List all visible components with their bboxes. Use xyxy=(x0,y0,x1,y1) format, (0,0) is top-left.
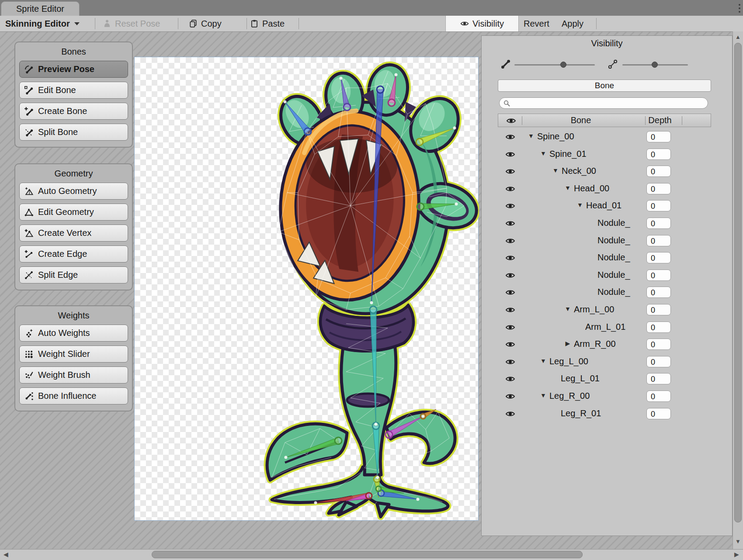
scroll-down-icon[interactable]: ▼ xyxy=(733,538,743,545)
search-input[interactable] xyxy=(513,98,702,109)
slider-handle[interactable] xyxy=(560,62,566,68)
bone-row-leg-r-01[interactable]: Leg_R_010 xyxy=(482,405,732,423)
expander-triangle[interactable]: ▼ xyxy=(528,132,535,139)
depth-input[interactable]: 0 xyxy=(646,183,671,194)
visibility-eye-icon[interactable] xyxy=(505,270,515,280)
apply-button[interactable]: Apply xyxy=(562,16,583,31)
bone-row-leg-r-00[interactable]: ▼Leg_R_000 xyxy=(482,388,732,405)
depth-input[interactable]: 0 xyxy=(646,166,671,177)
visibility-eye-icon[interactable] xyxy=(505,374,515,384)
tool-button-edit-bone[interactable]: Edit Bone xyxy=(19,82,128,99)
bone-name[interactable]: Arm_L_01 xyxy=(585,322,625,332)
bone-row-head-00[interactable]: ▼Head_000 xyxy=(482,180,732,198)
expander-triangle[interactable]: ▼ xyxy=(564,184,571,191)
bone-outline-slider[interactable] xyxy=(622,62,688,67)
visibility-eye-icon[interactable] xyxy=(505,184,515,194)
bone-row-nodule-[interactable]: Nodule_0 xyxy=(482,232,732,250)
bone-row-arm-r-00[interactable]: ▶Arm_R_000 xyxy=(482,336,732,353)
bone-row-arm-l-01[interactable]: Arm_L_010 xyxy=(482,319,732,336)
tool-button-create-vertex[interactable]: Create Vertex xyxy=(19,225,128,242)
visibility-eye-icon[interactable] xyxy=(505,149,515,159)
horizontal-scrollbar[interactable]: ◀ ▶ xyxy=(0,549,743,560)
tool-button-auto-weights[interactable]: Auto Weights xyxy=(19,325,128,342)
scroll-up-icon[interactable]: ▲ xyxy=(733,34,743,40)
depth-input[interactable]: 0 xyxy=(646,200,671,211)
bone-name[interactable]: Nodule_ xyxy=(597,235,630,245)
visibility-eye-icon[interactable] xyxy=(505,132,515,142)
bone-name[interactable]: Arm_L_00 xyxy=(574,304,614,315)
visibility-eye-icon[interactable] xyxy=(505,218,515,228)
depth-input[interactable]: 0 xyxy=(646,252,671,263)
visibility-eye-icon[interactable] xyxy=(505,305,515,315)
bone-row-nodule-[interactable]: Nodule_0 xyxy=(482,284,732,301)
tool-button-create-bone[interactable]: Create Bone xyxy=(19,103,128,120)
visibility-eye-icon[interactable] xyxy=(505,236,515,246)
depth-input[interactable]: 0 xyxy=(646,408,671,419)
copy-button[interactable]: Copy xyxy=(189,16,222,31)
bone-row-leg-l-01[interactable]: Leg_L_010 xyxy=(482,370,732,388)
expander-triangle[interactable]: ▶ xyxy=(564,340,571,347)
depth-input[interactable]: 0 xyxy=(646,287,671,298)
visibility-eye-icon[interactable] xyxy=(505,339,515,349)
expander-triangle[interactable]: ▼ xyxy=(540,150,547,157)
expander-triangle[interactable]: ▼ xyxy=(540,357,547,364)
bone-name[interactable]: Leg_L_00 xyxy=(549,356,588,366)
depth-input[interactable]: 0 xyxy=(646,218,671,229)
depth-input[interactable]: 0 xyxy=(646,321,671,333)
bone-row-neck-00[interactable]: ▼Neck_000 xyxy=(482,163,732,180)
tool-button-preview-pose[interactable]: Preview Pose xyxy=(19,61,128,78)
tool-button-edit-geometry[interactable]: Edit Geometry xyxy=(19,204,128,221)
depth-input[interactable]: 0 xyxy=(646,339,671,350)
depth-input[interactable]: 0 xyxy=(646,373,671,384)
visibility-eye-icon[interactable] xyxy=(505,253,515,263)
window-menu-icon[interactable] xyxy=(735,3,743,14)
tool-button-create-edge[interactable]: Create Edge xyxy=(19,245,128,263)
bone-tab-button[interactable]: Bone xyxy=(498,80,711,92)
tool-button-split-edge[interactable]: Split Edge xyxy=(19,266,128,283)
bone-name[interactable]: Spine_01 xyxy=(549,149,587,159)
skinning-editor-dropdown[interactable]: Skinning Editor xyxy=(5,16,80,31)
bone-row-nodule-[interactable]: Nodule_0 xyxy=(482,215,732,232)
depth-input[interactable]: 0 xyxy=(646,270,671,281)
bone-row-spine-00[interactable]: ▼Spine_000 xyxy=(482,128,732,146)
bone-name[interactable]: Nodule_ xyxy=(597,252,630,263)
bone-search-field[interactable] xyxy=(499,97,708,109)
tool-button-auto-geometry[interactable]: Auto Geometry xyxy=(19,183,128,200)
bone-name[interactable]: Neck_00 xyxy=(562,166,596,176)
bone-name[interactable]: Nodule_ xyxy=(597,218,630,228)
visibility-eye-icon[interactable] xyxy=(505,166,515,176)
paste-button[interactable]: Paste xyxy=(250,16,285,31)
tool-button-split-bone[interactable]: Split Bone xyxy=(19,124,128,141)
bone-row-spine-01[interactable]: ▼Spine_010 xyxy=(482,146,732,163)
bone-name[interactable]: Leg_L_01 xyxy=(561,373,600,384)
visibility-eye-icon[interactable] xyxy=(505,391,515,401)
horizontal-scroll-thumb[interactable] xyxy=(152,551,583,558)
visibility-eye-icon[interactable] xyxy=(505,357,515,367)
bone-name[interactable]: Arm_R_00 xyxy=(574,339,616,349)
scroll-left-icon[interactable]: ◀ xyxy=(3,551,8,558)
depth-input[interactable]: 0 xyxy=(646,356,671,367)
bone-name[interactable]: Nodule_ xyxy=(597,287,630,297)
bone-row-head-01[interactable]: ▼Head_010 xyxy=(482,197,732,215)
depth-input[interactable]: 0 xyxy=(646,304,671,315)
expander-triangle[interactable]: ▼ xyxy=(552,167,559,174)
tab-sprite-editor[interactable]: Sprite Editor xyxy=(1,1,80,16)
visibility-eye-icon[interactable] xyxy=(505,287,515,297)
depth-input[interactable]: 0 xyxy=(646,131,671,142)
bone-name[interactable]: Head_01 xyxy=(586,200,621,211)
bone-name[interactable]: Leg_R_01 xyxy=(561,408,601,418)
depth-input[interactable]: 0 xyxy=(646,235,671,246)
bone-row-nodule-[interactable]: Nodule_0 xyxy=(482,249,732,267)
bone-name[interactable]: Leg_R_00 xyxy=(549,391,590,401)
visibility-eye-icon[interactable] xyxy=(505,322,515,332)
revert-button[interactable]: Revert xyxy=(524,16,549,31)
bone-row-nodule-[interactable]: Nodule_0 xyxy=(482,267,732,284)
visibility-eye-icon[interactable] xyxy=(505,201,515,211)
sprite-canvas[interactable] xyxy=(134,57,479,521)
visibility-eye-icon[interactable] xyxy=(505,409,515,419)
expander-triangle[interactable]: ▼ xyxy=(576,201,583,208)
depth-input[interactable]: 0 xyxy=(646,391,671,402)
reset-pose-button[interactable]: Reset Pose xyxy=(103,16,160,31)
vertical-scrollbar[interactable]: ▲ ▼ xyxy=(733,31,743,549)
expander-triangle[interactable]: ▼ xyxy=(540,392,547,399)
